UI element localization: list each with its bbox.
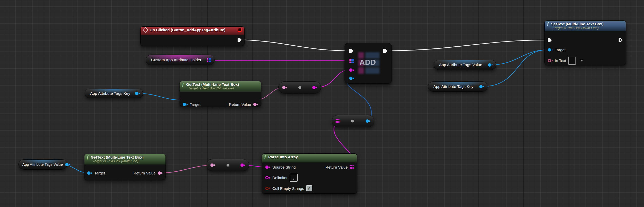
- cull-empty-strings-pin[interactable]: [265, 187, 270, 190]
- return-value-pin[interactable]: [158, 171, 163, 175]
- target-pin[interactable]: [183, 103, 188, 106]
- exec-in-pin[interactable]: [548, 38, 552, 42]
- variable-label: Custom App Attribute Holder: [151, 58, 201, 62]
- value-pin[interactable]: [349, 77, 354, 80]
- exec-out-pin[interactable]: [238, 38, 242, 42]
- text-input-pin[interactable]: [210, 163, 216, 167]
- cull-empty-strings-checkbox[interactable]: ✓: [306, 185, 312, 191]
- node-subtitle: Target is Text Box (Multi-Line): [188, 86, 258, 90]
- object-output-pin[interactable]: [135, 92, 140, 95]
- pin-label: Delimiter: [272, 175, 288, 180]
- node-title: Parse Into Array: [268, 155, 298, 159]
- exec-out-pin[interactable]: [619, 38, 623, 42]
- map-value-watermark: [365, 67, 379, 74]
- conversion-dot-icon: [227, 164, 229, 167]
- node-event-on-clicked[interactable]: On Clicked (Button_AddAppTagAttribute): [140, 26, 245, 46]
- function-icon: ƒ: [264, 155, 267, 159]
- node-settext[interactable]: ƒ SetText (Multi-Line Text Box) Target i…: [544, 20, 626, 65]
- chevron-down-icon[interactable]: [580, 60, 583, 61]
- pin-label: Source String: [272, 165, 296, 169]
- variable-label: App Attribute Tags Key: [90, 91, 130, 96]
- node-map-add[interactable]: ADD: [345, 43, 392, 84]
- delimiter-pin[interactable]: [265, 176, 270, 179]
- conversion-dot-icon: [351, 120, 354, 122]
- map-output-pin[interactable]: [207, 58, 211, 62]
- object-output-pin[interactable]: [479, 85, 484, 88]
- map-key-watermark: [358, 67, 364, 74]
- blueprint-canvas[interactable]: On Clicked (Button_AddAppTagAttribute) C…: [0, 0, 644, 207]
- in-text-input[interactable]: [568, 57, 576, 65]
- node-var-get-app-attribute-tags-value-left[interactable]: App Attribute Tags Value: [18, 159, 67, 170]
- variable-label: App Attribute Tags Value: [439, 63, 482, 67]
- node-var-get-custom-app-attribute-holder[interactable]: Custom App Attribute Holder: [146, 55, 214, 65]
- pin-label: Return Value: [326, 165, 348, 169]
- node-title: SetText (Multi-Line Text Box): [551, 22, 603, 26]
- text-input-pin[interactable]: [282, 86, 287, 89]
- conversion-dot-icon: [298, 86, 301, 89]
- pin-label: Return Value: [229, 102, 251, 107]
- string-output-pin[interactable]: [240, 163, 246, 167]
- object-output-pin[interactable]: [65, 163, 70, 166]
- in-text-pin[interactable]: [548, 59, 553, 62]
- node-var-get-app-attribute-tags-key-left[interactable]: App Attribute Tags Key: [85, 89, 143, 98]
- event-diamond-icon: [142, 27, 148, 33]
- variable-label: App Attribute Tags Value: [22, 162, 63, 167]
- target-pin[interactable]: [87, 171, 92, 175]
- wire-add-value-to-conv2[interactable]: [347, 78, 372, 120]
- function-icon: ƒ: [182, 83, 184, 86]
- exec-out-pin[interactable]: [383, 49, 387, 53]
- wire-key-to-gettext-target[interactable]: [138, 93, 182, 100]
- map-key-watermark: [358, 52, 364, 58]
- return-value-pin[interactable]: [253, 103, 258, 106]
- pin-label: Target: [190, 102, 201, 107]
- function-icon: ƒ: [547, 22, 549, 26]
- pin-label: Return Value: [133, 171, 155, 175]
- pin-label: Target: [94, 171, 105, 175]
- delimiter-input[interactable]: ,: [290, 174, 298, 182]
- node-title: On Clicked (Button_AddAppTagAttribute): [150, 28, 226, 32]
- string-output-pin[interactable]: [312, 86, 317, 89]
- node-gettext-value[interactable]: ƒ GetText (Multi-Line Text Box) Target i…: [84, 154, 166, 180]
- node-conv-string-array[interactable]: [332, 115, 374, 127]
- key-pin[interactable]: [349, 68, 354, 72]
- node-subtitle: Target is Text Box (Multi-Line): [93, 159, 163, 163]
- variable-label: App Attribute Tags Key: [433, 84, 474, 89]
- source-string-pin[interactable]: [265, 165, 270, 169]
- map-value-watermark: [365, 52, 379, 58]
- object-output-pin[interactable]: [488, 63, 493, 67]
- node-parse-into-array[interactable]: ƒ Parse Into Array Source String Delimit…: [262, 153, 357, 194]
- function-icon: ƒ: [86, 156, 89, 159]
- add-watermark-text: ADD: [359, 58, 376, 67]
- node-gettext-key[interactable]: ƒ GetText (Multi-Line Text Box) Target i…: [180, 81, 261, 106]
- exec-wire-onclicked-to-add[interactable]: [241, 40, 349, 51]
- event-delegate-icon[interactable]: [238, 28, 242, 32]
- target-map-pin[interactable]: [349, 59, 354, 63]
- node-subtitle: Target is Text Box (Multi-Line): [553, 26, 623, 30]
- target-pin[interactable]: [548, 48, 553, 51]
- node-title: GetText (Multi-Line Text Box): [186, 82, 239, 87]
- wire-gettext2-rv-to-conv3[interactable]: [164, 165, 211, 173]
- pin-label: Cull Empty Strings: [272, 186, 304, 191]
- exec-wire-add-to-settext[interactable]: [388, 40, 548, 51]
- node-var-get-app-attribute-tags-value-right[interactable]: App Attribute Tags Value: [434, 60, 496, 70]
- node-var-get-app-attribute-tags-key-right[interactable]: App Attribute Tags Key: [428, 81, 487, 92]
- string-array-input-pin[interactable]: [336, 119, 339, 123]
- output-pin[interactable]: [366, 119, 371, 123]
- node-conv-text-to-string-top[interactable]: [278, 81, 321, 94]
- node-title: GetText (Multi-Line Text Box): [91, 155, 144, 159]
- return-value-array-pin[interactable]: [350, 165, 354, 169]
- pin-label: In Text: [555, 58, 566, 63]
- wire-value-right-to-settext-target[interactable]: [491, 50, 548, 65]
- node-conv-text-to-string-bottom[interactable]: [207, 159, 249, 171]
- exec-in-pin[interactable]: [349, 49, 353, 53]
- pin-label: Target: [555, 48, 566, 52]
